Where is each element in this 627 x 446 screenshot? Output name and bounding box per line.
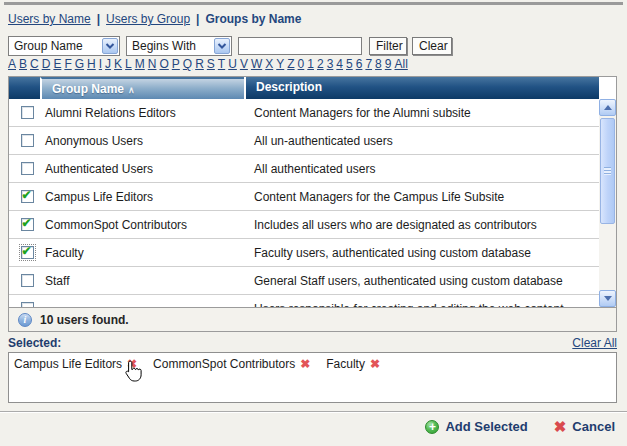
selected-item-label: Campus Life Editors	[14, 357, 122, 371]
alphabet-link[interactable]: Z	[287, 57, 294, 71]
row-description: All un-authenticated users	[254, 134, 599, 148]
alphabet-index: ABCDEFGHIJKLMNOPQRSTUVWXYZ0123456789All	[8, 57, 478, 71]
row-checkbox-cell	[9, 134, 45, 147]
row-description: All authenticated users	[254, 162, 599, 176]
row-checkbox[interactable]	[21, 246, 34, 259]
alphabet-link[interactable]: 9	[385, 57, 392, 71]
alphabet-link[interactable]: X	[265, 57, 273, 71]
vertical-scrollbar[interactable]	[599, 99, 616, 307]
row-checkbox-cell	[9, 274, 45, 287]
selected-item: Campus Life Editors✖	[14, 357, 137, 371]
alphabet-link[interactable]: A	[8, 57, 16, 71]
alphabet-link[interactable]: S	[207, 57, 215, 71]
chevron-down-icon	[102, 38, 118, 54]
table-row[interactable]: Authenticated Users All authenticated us…	[9, 155, 599, 183]
row-checkbox[interactable]	[21, 106, 34, 119]
table-row[interactable]: Faculty Faculty users, authenticated usi…	[9, 239, 599, 267]
alphabet-link[interactable]: U	[228, 57, 237, 71]
remove-icon[interactable]: ✖	[370, 357, 380, 371]
alphabet-link[interactable]: I	[99, 57, 102, 71]
row-group-name: Staff	[45, 274, 254, 288]
table-body: Alumni Relations Editors Content Manager…	[9, 99, 616, 307]
alphabet-link[interactable]: All	[394, 57, 407, 71]
alphabet-link[interactable]: 6	[356, 57, 363, 71]
alphabet-link[interactable]: P	[172, 57, 180, 71]
alphabet-link[interactable]: K	[114, 57, 122, 71]
selected-label: Selected:	[8, 336, 61, 350]
alphabet-link[interactable]: 8	[375, 57, 382, 71]
alphabet-link[interactable]: W	[251, 57, 262, 71]
add-selected-button[interactable]: + Add Selected	[425, 419, 527, 434]
alphabet-link[interactable]: F	[64, 57, 71, 71]
alphabet-link[interactable]: 7	[365, 57, 372, 71]
scroll-up-button[interactable]	[599, 99, 616, 116]
filter-search-input[interactable]	[238, 37, 362, 55]
table-row[interactable]: CommonSpot Contributors Includes all use…	[9, 211, 599, 239]
view-tabs: Users by Name|Users by Group|Groups by N…	[8, 12, 301, 26]
sort-asc-icon: ∧	[128, 85, 135, 95]
nav-groups-by-name[interactable]: Groups by Name	[205, 12, 301, 26]
row-description: Users responsible for creating and editi…	[254, 302, 599, 308]
alphabet-link[interactable]: 2	[317, 57, 324, 71]
scrollbar-thumb[interactable]	[600, 118, 615, 224]
alphabet-link[interactable]: 1	[307, 57, 314, 71]
alphabet-link[interactable]: J	[105, 57, 111, 71]
add-selected-label: Add Selected	[445, 419, 527, 434]
selected-item-label: CommonSpot Contributors	[153, 357, 295, 371]
alphabet-link[interactable]: C	[30, 57, 39, 71]
table-row[interactable]: Users responsible for creating and editi…	[9, 295, 599, 307]
row-group-name: Alumni Relations Editors	[45, 106, 254, 120]
table-row[interactable]: Staff General Staff users, authenticated…	[9, 267, 599, 295]
alphabet-link[interactable]: L	[125, 57, 132, 71]
alphabet-link[interactable]: 3	[327, 57, 334, 71]
status-text: 10 users found.	[40, 313, 129, 327]
table-row[interactable]: Anonymous Users All un-authenticated use…	[9, 127, 599, 155]
row-checkbox[interactable]	[21, 302, 34, 307]
row-checkbox[interactable]	[21, 274, 34, 287]
remove-icon[interactable]: ✖	[300, 357, 310, 371]
footer-actions: + Add Selected ✖ Cancel	[425, 419, 615, 434]
row-checkbox[interactable]	[21, 134, 34, 147]
selected-item: CommonSpot Contributors✖	[153, 357, 310, 371]
alphabet-link[interactable]: B	[19, 57, 27, 71]
alphabet-link[interactable]: D	[42, 57, 51, 71]
header-group-name[interactable]: Group Name∧	[40, 77, 244, 99]
status-bar: i 10 users found.	[9, 307, 616, 331]
clear-all-link[interactable]: Clear All	[572, 336, 617, 350]
alphabet-link[interactable]: N	[148, 57, 157, 71]
table-row[interactable]: Campus Life Editors Content Managers for…	[9, 183, 599, 211]
filter-button[interactable]: Filter	[369, 37, 407, 55]
row-checkbox[interactable]	[21, 218, 34, 231]
header-description[interactable]: Description	[244, 77, 599, 99]
alphabet-link[interactable]: V	[240, 57, 248, 71]
info-icon: i	[18, 313, 32, 327]
nav-users-by-group[interactable]: Users by Group	[106, 12, 190, 26]
row-description: Faculty users, authenticated using custo…	[254, 246, 599, 260]
row-checkbox[interactable]	[21, 190, 34, 203]
cancel-button[interactable]: ✖ Cancel	[554, 419, 615, 434]
nav-users-by-name[interactable]: Users by Name	[8, 12, 91, 26]
operator-select[interactable]: Begins With	[126, 36, 232, 56]
alphabet-link[interactable]: 5	[346, 57, 353, 71]
table-row[interactable]: Alumni Relations Editors Content Manager…	[9, 99, 599, 127]
add-plus-icon: +	[425, 420, 439, 434]
alphabet-link[interactable]: E	[53, 57, 61, 71]
alphabet-link[interactable]: Y	[276, 57, 284, 71]
alphabet-link[interactable]: T	[218, 57, 225, 71]
alphabet-link[interactable]: Q	[183, 57, 192, 71]
row-group-name: Campus Life Editors	[45, 190, 254, 204]
alphabet-link[interactable]: 0	[298, 57, 305, 71]
clear-button[interactable]: Clear	[412, 37, 452, 55]
remove-icon[interactable]: ✖	[127, 357, 137, 371]
row-description: Content Managers for the Alumni subsite	[254, 106, 599, 120]
alphabet-link[interactable]: R	[195, 57, 204, 71]
alphabet-link[interactable]: 4	[336, 57, 343, 71]
alphabet-link[interactable]: H	[87, 57, 96, 71]
cancel-x-icon: ✖	[554, 420, 567, 434]
alphabet-link[interactable]: M	[135, 57, 145, 71]
scroll-down-button[interactable]	[599, 290, 616, 307]
row-checkbox[interactable]	[21, 162, 34, 175]
alphabet-link[interactable]: O	[159, 57, 168, 71]
alphabet-link[interactable]: G	[75, 57, 84, 71]
field-select[interactable]: Group Name	[8, 36, 120, 56]
